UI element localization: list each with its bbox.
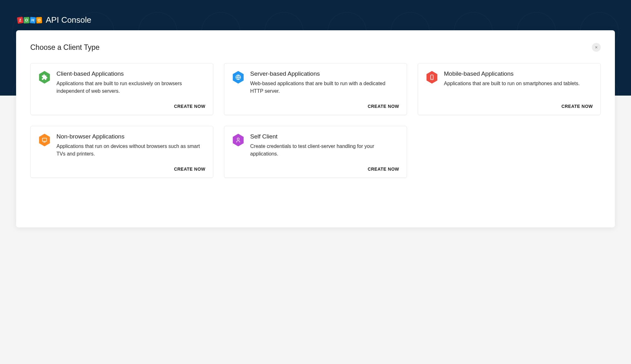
main-panel: Choose a Client Type Client-based Applic… — [16, 30, 615, 227]
card-desc: Applications that are built to run exclu… — [56, 80, 205, 95]
create-now-button[interactable]: CREATE NOW — [174, 167, 205, 172]
create-now-button[interactable]: CREATE NOW — [368, 104, 399, 109]
card-action: CREATE NOW — [426, 103, 593, 109]
card-desc: Applications that are built to run on sm… — [444, 80, 593, 87]
close-icon — [594, 45, 598, 49]
app-title: API Console — [46, 15, 91, 25]
card-action: CREATE NOW — [38, 103, 205, 109]
card-title: Self Client — [250, 133, 399, 140]
client-type-card-server-based[interactable]: Server-based Applications Web-based appl… — [224, 63, 407, 115]
card-icon-wrapper — [38, 71, 51, 84]
logo-tile-h: H — [30, 17, 36, 23]
logo-section: Z O H O API Console — [17, 15, 91, 25]
card-top: Non-browser Applications Applications th… — [38, 134, 205, 162]
card-top: Mobile-based Applications Applications t… — [426, 71, 593, 100]
card-title: Server-based Applications — [250, 70, 399, 77]
card-top: Self Client Create credentials to test c… — [232, 134, 399, 162]
card-icon-wrapper — [38, 134, 51, 146]
card-content: Non-browser Applications Applications th… — [56, 134, 205, 162]
puzzle-icon — [38, 71, 51, 84]
card-desc: Web-based applications that are built to… — [250, 80, 399, 95]
monitor-icon — [38, 134, 51, 146]
card-content: Mobile-based Applications Applications t… — [444, 71, 593, 100]
create-now-button[interactable]: CREATE NOW — [174, 104, 205, 109]
zoho-logo: Z O H O — [17, 17, 42, 23]
card-action: CREATE NOW — [232, 166, 399, 172]
svg-point-8 — [237, 138, 239, 140]
panel-title: Choose a Client Type — [30, 43, 100, 52]
card-title: Mobile-based Applications — [444, 70, 593, 77]
logo-tile-o2: O — [36, 17, 42, 23]
create-now-button[interactable]: CREATE NOW — [561, 104, 593, 109]
card-icon-wrapper — [232, 71, 245, 84]
card-grid: Client-based Applications Applications t… — [30, 63, 601, 178]
card-content: Client-based Applications Applications t… — [56, 71, 205, 100]
client-type-card-mobile-based[interactable]: Mobile-based Applications Applications t… — [418, 63, 601, 115]
card-top: Server-based Applications Web-based appl… — [232, 71, 399, 100]
card-action: CREATE NOW — [232, 103, 399, 109]
card-content: Server-based Applications Web-based appl… — [250, 71, 399, 100]
card-icon-wrapper — [232, 134, 245, 146]
card-icon-wrapper — [426, 71, 438, 84]
client-type-card-non-browser[interactable]: Non-browser Applications Applications th… — [30, 126, 213, 178]
card-title: Non-browser Applications — [56, 133, 205, 140]
card-desc: Create credentials to test client-server… — [250, 143, 399, 158]
card-content: Self Client Create credentials to test c… — [250, 134, 399, 162]
card-top: Client-based Applications Applications t… — [38, 71, 205, 100]
create-now-button[interactable]: CREATE NOW — [368, 167, 399, 172]
person-icon — [232, 134, 245, 146]
svg-rect-6 — [42, 138, 46, 141]
close-button[interactable] — [592, 43, 601, 52]
phone-icon — [426, 71, 438, 84]
card-action: CREATE NOW — [38, 166, 205, 172]
client-type-card-client-based[interactable]: Client-based Applications Applications t… — [30, 63, 213, 115]
card-desc: Applications that run on devices without… — [56, 143, 205, 158]
panel-header: Choose a Client Type — [30, 43, 601, 52]
logo-tile-z: Z — [17, 16, 24, 23]
client-type-card-self-client[interactable]: Self Client Create credentials to test c… — [224, 126, 407, 178]
logo-tile-o1: O — [24, 17, 29, 23]
card-title: Client-based Applications — [56, 70, 205, 77]
globe-icon — [232, 71, 245, 84]
